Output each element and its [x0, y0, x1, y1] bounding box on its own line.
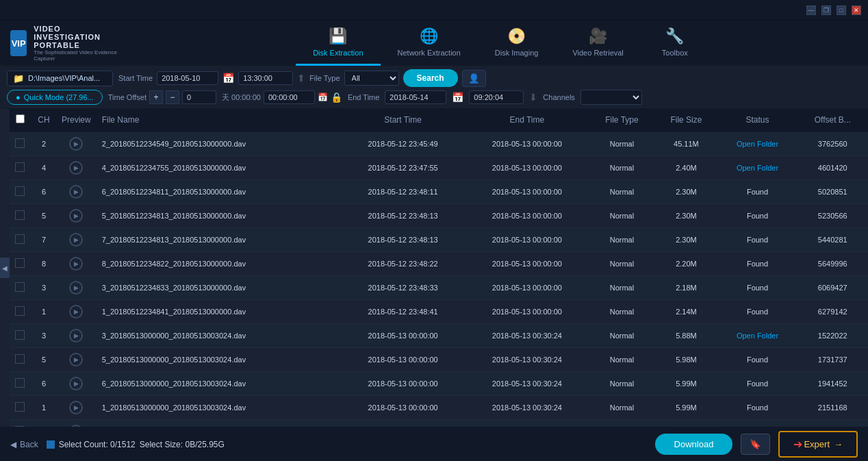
end-date-input[interactable] [385, 90, 446, 104]
row-ch: 4 [30, 156, 58, 180]
back-button[interactable]: ◀ Back [10, 440, 38, 449]
row-start-time: 2018-05-13 00:00:00 [341, 324, 465, 348]
time-offset-plus[interactable]: + [149, 90, 163, 104]
collapse-tab[interactable]: ◀ [0, 258, 10, 278]
search-button[interactable]: Search [403, 69, 458, 87]
row-offset: 3762560 [797, 132, 868, 156]
user-icon-button[interactable]: 👤 [462, 70, 486, 87]
lock-icon: 🔒 [331, 92, 342, 103]
tab-disk-imaging[interactable]: 📀 Disk Imaging [478, 21, 556, 66]
row-checkbox[interactable] [15, 354, 25, 364]
play-button[interactable]: ▶ [69, 305, 83, 319]
play-button[interactable]: ▶ [69, 377, 83, 390]
play-button[interactable]: ▶ [69, 185, 83, 199]
time-unit-input[interactable] [264, 90, 315, 104]
toolbar-row-2: Quick Mode (27.96... Time Offset + − 天 0… [7, 90, 861, 105]
row-preview: ▶ [58, 180, 95, 204]
play-button[interactable]: ▶ [69, 353, 83, 366]
row-offset: 5440281 [797, 228, 868, 252]
row-end-time: 2018-05-13 00:30:24 [465, 396, 589, 420]
restore-btn[interactable]: ❐ [821, 5, 831, 15]
row-status[interactable]: Open Folder [717, 420, 797, 427]
row-checkbox[interactable] [15, 258, 25, 268]
play-button[interactable]: ▶ [69, 233, 83, 247]
row-checkbox-cell [10, 156, 30, 180]
row-start-time: 2018-05-12 23:47:55 [341, 156, 465, 180]
row-end-time: 2018-05-13 00:30:24 [465, 348, 589, 372]
row-preview: ▶ [58, 204, 95, 228]
cal-icon-end[interactable]: 📅 [452, 92, 463, 103]
row-checkbox[interactable] [15, 138, 25, 148]
play-button[interactable]: ▶ [69, 209, 83, 223]
row-end-time: 2018-05-13 00:00:00 [465, 252, 589, 276]
time-unit-group: 天 00:00:00 📅 🔒 [222, 90, 342, 104]
row-checkbox-cell [10, 252, 30, 276]
row-checkbox[interactable] [15, 426, 25, 427]
row-end-time: 2018-05-13 00:30:24 [465, 324, 589, 348]
file-type-select[interactable]: All [344, 71, 399, 86]
close-btn[interactable]: ✕ [852, 5, 861, 15]
play-button[interactable]: ▶ [69, 137, 83, 151]
row-status[interactable]: Open Folder [717, 156, 797, 180]
row-checkbox[interactable] [15, 210, 25, 220]
select-all-checkbox[interactable] [16, 114, 25, 123]
channels-select[interactable] [580, 90, 642, 105]
expert-button[interactable]: ➔ Expert → [778, 431, 858, 458]
table-row: 1 ▶ 1_20180513000000_20180513003024.dav … [10, 396, 868, 420]
table-row: 5 ▶ 5_20180513000000_20180513003024.dav … [10, 348, 868, 372]
maximize-btn[interactable]: □ [837, 5, 846, 15]
row-checkbox[interactable] [15, 378, 25, 388]
row-status: Found [717, 372, 797, 396]
row-file-size: 2.14M [654, 300, 717, 324]
row-status: Found [717, 228, 797, 252]
play-button[interactable]: ▶ [69, 329, 83, 342]
arrow-right-icon: ➔ [793, 438, 802, 451]
row-checkbox[interactable] [15, 234, 25, 244]
col-ch: CH [30, 109, 58, 132]
row-status: Found [717, 252, 797, 276]
cal-icon-start[interactable]: 📅 [222, 73, 234, 84]
select-count-label: Select Count: 0/1512 [59, 440, 136, 449]
row-checkbox[interactable] [15, 186, 25, 196]
start-date-input[interactable] [157, 71, 218, 85]
row-offset: 5230566 [797, 204, 868, 228]
play-button[interactable]: ▶ [69, 425, 83, 427]
minimize-btn[interactable]: — [806, 5, 816, 15]
col-preview: Preview [58, 109, 95, 132]
row-checkbox[interactable] [15, 330, 25, 340]
row-offset: 6279142 [797, 300, 868, 324]
row-checkbox[interactable] [15, 306, 25, 316]
row-checkbox-cell [10, 348, 30, 372]
play-button[interactable]: ▶ [69, 401, 83, 414]
row-checkbox[interactable] [15, 402, 25, 412]
row-checkbox-cell [10, 276, 30, 300]
row-file-size: 5.99M [654, 396, 717, 420]
start-time-input[interactable] [238, 71, 293, 85]
row-checkbox[interactable] [15, 162, 25, 172]
row-status: Found [717, 276, 797, 300]
files-table: CH Preview File Name Start Time End Time… [10, 109, 868, 427]
time-offset-input[interactable] [182, 90, 216, 104]
play-button[interactable]: ▶ [69, 257, 83, 271]
row-status[interactable]: Open Folder [717, 132, 797, 156]
end-time-input[interactable] [469, 90, 524, 104]
row-start-time: 2018-05-12 23:48:22 [341, 252, 465, 276]
time-spinner-up[interactable]: ⬆ [297, 73, 305, 84]
play-button[interactable]: ▶ [69, 281, 83, 295]
row-checkbox[interactable] [15, 282, 25, 292]
cal-icon-offset[interactable]: 📅 [318, 92, 328, 102]
bookmark-button[interactable]: 🔖 [741, 434, 770, 455]
tab-video-retrieval[interactable]: 🎥 Video Retrieval [555, 21, 640, 66]
quick-mode-btn[interactable]: Quick Mode (27.96... [7, 90, 103, 105]
tab-toolbox[interactable]: 🔧 Toolbox [641, 21, 709, 66]
row-ch: 6 [30, 180, 58, 204]
play-button[interactable]: ▶ [69, 161, 83, 175]
table-area: ◀ CH Preview File Name Start Time End Ti… [0, 109, 868, 427]
time-spinner-down[interactable]: ⬇ [529, 92, 537, 103]
tab-disk-extraction[interactable]: 💾 Disk Extraction [296, 21, 380, 66]
row-status[interactable]: Open Folder [717, 324, 797, 348]
tab-network-extraction[interactable]: 🌐 Network Extraction [381, 21, 478, 66]
time-offset-minus[interactable]: − [166, 90, 179, 104]
download-button[interactable]: Download [655, 434, 733, 455]
row-end-time: 2018-05-13 00:00:00 [465, 180, 589, 204]
